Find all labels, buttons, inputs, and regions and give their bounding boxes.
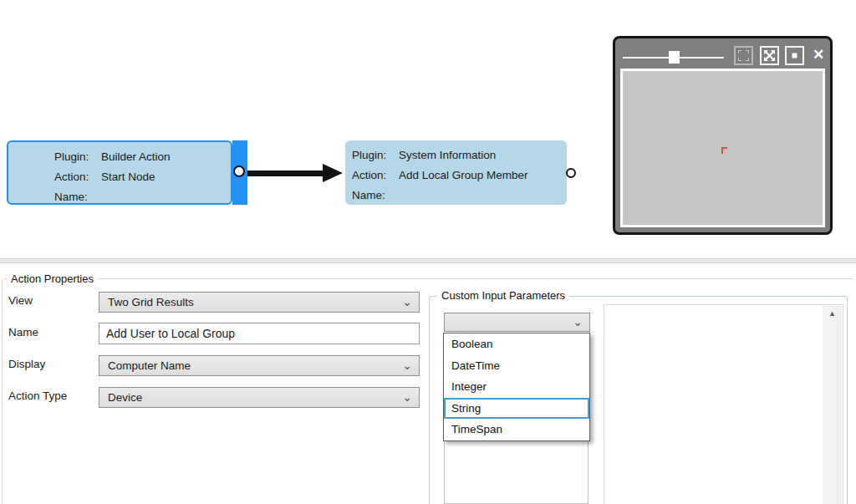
output-port-circle[interactable] [566,168,576,178]
action-type-dropdown[interactable]: Device ⌄ [99,387,420,408]
node-name-row: Name: [54,187,231,207]
display-dropdown-value: Computer Name [108,359,191,372]
vertical-scrollbar[interactable]: ▲ [823,306,842,504]
dropdown-option-string[interactable]: String [444,398,589,420]
node-plugin-value: System Information [399,145,496,165]
node-action-value: Start Node [101,167,155,187]
name-label: Name [8,326,38,339]
node-plugin-value: Builder Action [101,147,171,167]
action-properties-title: Action Properties [7,272,98,285]
custom-input-parameters-title: Custom Input Parameters [437,289,569,302]
name-input[interactable]: Add User to Local Group [99,323,420,344]
parameter-type-popup: Boolean DateTime Integer String TimeSpan [443,333,590,441]
center-square-icon [789,50,800,61]
node-action-row: Action: Start Node [54,167,231,187]
node-start[interactable]: Plugin: Builder Action Action: Start Nod… [7,140,232,205]
node-plugin-label: Plugin: [352,145,399,165]
node-plugin-label: Plugin: [54,147,101,167]
viewport-corner-marker [721,147,727,154]
fit-selection-button[interactable] [734,46,753,65]
expand-all-button[interactable] [760,46,779,65]
parameter-type-dropdown[interactable]: ⌄ [444,313,590,332]
minimap-panel[interactable]: ✕ [613,36,833,235]
zoom-slider-thumb[interactable] [669,51,680,64]
scroll-up-icon[interactable]: ▲ [823,306,842,318]
dropdown-option-timespan[interactable]: TimeSpan [444,419,589,440]
center-view-button[interactable] [785,46,804,65]
connection-edge[interactable] [247,171,324,176]
view-label: View [8,294,33,307]
chevron-down-icon: ⌄ [573,313,583,331]
fit-corners-icon [738,50,749,61]
chevron-down-icon: ⌄ [402,388,412,407]
close-icon[interactable]: ✕ [808,45,828,65]
node-action-row: Action: Add Local Group Member [352,165,567,186]
parameter-detail-panel: ▲ [604,304,843,504]
node-add-local-group-member[interactable]: Plugin: System Information Action: Add L… [345,140,567,205]
dropdown-option-datetime[interactable]: DateTime [444,355,589,377]
node-name-row: Name: [352,186,567,206]
view-dropdown-value: Two Grid Results [108,296,194,308]
splitter-bar[interactable] [0,258,856,263]
expand-arrows-icon [764,50,775,61]
view-dropdown[interactable]: Two Grid Results ⌄ [99,292,420,313]
chevron-down-icon: ⌄ [402,293,412,312]
node-plugin-row: Plugin: Builder Action [54,147,231,167]
output-port-circle[interactable] [233,165,245,177]
dropdown-option-boolean[interactable]: Boolean [444,333,589,355]
dropdown-option-integer[interactable]: Integer [444,376,589,398]
node-name-label: Name: [54,187,101,207]
node-action-label: Action: [54,167,101,187]
node-action-value: Add Local Group Member [399,165,528,186]
connection-arrowhead-icon [323,164,343,182]
display-label: Display [8,358,45,370]
action-type-label: Action Type [8,389,67,402]
action-type-dropdown-value: Device [108,391,142,404]
node-action-label: Action: [352,165,399,186]
chevron-down-icon: ⌄ [402,356,412,375]
node-plugin-row: Plugin: System Information [352,145,567,165]
display-dropdown[interactable]: Computer Name ⌄ [99,355,420,376]
name-input-value: Add User to Local Group [106,327,235,340]
node-name-label: Name: [352,186,399,206]
